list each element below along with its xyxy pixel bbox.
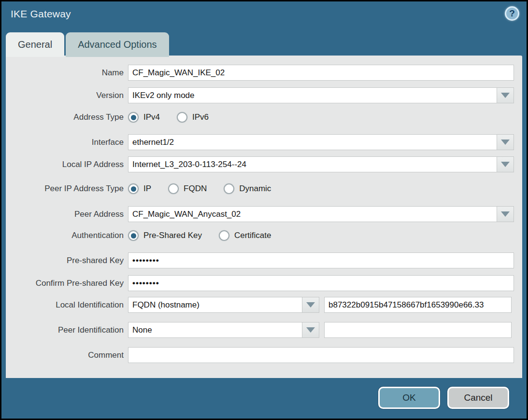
local-identification-row: Local Identification xyxy=(6,297,522,313)
confirm-preshared-key-label: Confirm Pre-shared Key xyxy=(6,279,124,288)
interface-combo xyxy=(128,134,514,150)
preshared-key-row: Pre-shared Key xyxy=(6,252,522,268)
local-ip-input[interactable] xyxy=(128,156,497,172)
peer-address-row: Peer Address xyxy=(6,206,522,222)
local-identification-type-input[interactable] xyxy=(128,297,302,313)
local-ip-dropdown-button[interactable] xyxy=(497,156,514,172)
page-title: IKE Gateway xyxy=(11,8,71,20)
peer-ip-type-dynamic-radio[interactable] xyxy=(224,183,234,194)
peer-address-label: Peer Address xyxy=(6,210,124,219)
address-type-label: Address Type xyxy=(6,112,124,122)
peer-ip-type-row: Peer IP Address Type IP FQDN Dynamic xyxy=(6,182,522,196)
name-row: Name xyxy=(6,65,522,81)
authentication-certificate-radio[interactable] xyxy=(219,230,229,241)
version-combo xyxy=(128,87,514,103)
peer-ip-type-dynamic-label: Dynamic xyxy=(239,184,271,194)
name-label: Name xyxy=(6,68,124,78)
peer-address-input[interactable] xyxy=(128,206,497,222)
local-ip-label: Local IP Address xyxy=(6,160,124,169)
peer-identification-type-combo xyxy=(128,322,319,338)
local-identification-type-combo xyxy=(128,297,319,313)
comment-row: Comment xyxy=(6,347,522,363)
authentication-certificate-label: Certificate xyxy=(234,231,271,240)
authentication-psk-radio[interactable] xyxy=(128,230,139,241)
chevron-down-icon xyxy=(501,93,510,98)
address-type-ipv4-radio[interactable] xyxy=(128,112,139,123)
local-ip-row: Local IP Address xyxy=(6,156,522,172)
dialog-footer: OK Cancel xyxy=(1,377,527,419)
chevron-down-icon xyxy=(501,140,510,145)
local-identification-label: Local Identification xyxy=(6,300,124,310)
chevron-down-icon xyxy=(306,327,315,333)
address-type-ipv4-label: IPv4 xyxy=(143,112,160,122)
local-identification-dropdown-button[interactable] xyxy=(302,297,319,313)
peer-address-combo xyxy=(128,206,514,222)
version-row: Version xyxy=(6,87,522,103)
confirm-preshared-key-row: Confirm Pre-shared Key xyxy=(6,275,522,291)
address-type-row: Address Type IPv4 IPv6 xyxy=(6,111,522,124)
tab-advanced-options[interactable]: Advanced Options xyxy=(66,32,169,57)
cancel-button[interactable]: Cancel xyxy=(447,387,509,409)
ok-button[interactable]: OK xyxy=(378,387,440,409)
peer-ip-type-fqdn-radio[interactable] xyxy=(168,183,179,194)
peer-identification-dropdown-button[interactable] xyxy=(302,322,319,338)
interface-label: Interface xyxy=(6,138,124,147)
address-type-ipv6-label: IPv6 xyxy=(192,112,209,122)
authentication-psk-label: Pre-Shared Key xyxy=(143,231,202,240)
ike-gateway-dialog: IKE Gateway ? General Advanced Options N… xyxy=(0,0,528,420)
local-identification-value-input[interactable] xyxy=(324,297,512,313)
peer-ip-type-ip-label: IP xyxy=(143,184,151,194)
interface-dropdown-button[interactable] xyxy=(497,134,514,150)
authentication-row: Authentication Pre-Shared Key Certificat… xyxy=(6,229,522,242)
peer-identification-type-input[interactable] xyxy=(128,322,302,338)
peer-identification-row: Peer Identification xyxy=(6,322,522,338)
address-type-ipv6-radio[interactable] xyxy=(177,112,187,123)
general-tab-panel: Name Version Address Type IPv4 IPv6 xyxy=(6,56,522,378)
version-label: Version xyxy=(6,91,124,100)
peer-ip-type-fqdn-label: FQDN xyxy=(184,184,207,194)
comment-input[interactable] xyxy=(128,347,514,363)
chevron-down-icon xyxy=(501,211,510,217)
peer-identification-label: Peer Identification xyxy=(6,325,124,335)
interface-row: Interface xyxy=(6,134,522,150)
peer-ip-type-label: Peer IP Address Type xyxy=(6,184,124,194)
peer-address-dropdown-button[interactable] xyxy=(497,206,514,222)
title-bar: IKE Gateway ? xyxy=(1,1,527,31)
name-input[interactable] xyxy=(128,65,514,81)
chevron-down-icon xyxy=(501,162,510,167)
tab-general[interactable]: General xyxy=(6,32,64,57)
comment-label: Comment xyxy=(6,350,124,360)
peer-identification-value-input[interactable] xyxy=(324,322,512,338)
help-icon[interactable]: ? xyxy=(505,6,519,21)
chevron-down-icon xyxy=(306,302,315,308)
version-input[interactable] xyxy=(128,87,497,103)
version-dropdown-button[interactable] xyxy=(497,87,514,103)
local-ip-combo xyxy=(128,156,514,172)
dialog-body: IKE Gateway ? General Advanced Options N… xyxy=(1,1,527,419)
tab-bar: General Advanced Options xyxy=(6,32,169,57)
authentication-label: Authentication xyxy=(6,231,124,240)
preshared-key-input[interactable] xyxy=(128,252,514,268)
peer-ip-type-ip-radio[interactable] xyxy=(128,183,139,194)
confirm-preshared-key-input[interactable] xyxy=(128,275,514,291)
interface-input[interactable] xyxy=(128,134,497,150)
preshared-key-label: Pre-shared Key xyxy=(6,256,124,266)
